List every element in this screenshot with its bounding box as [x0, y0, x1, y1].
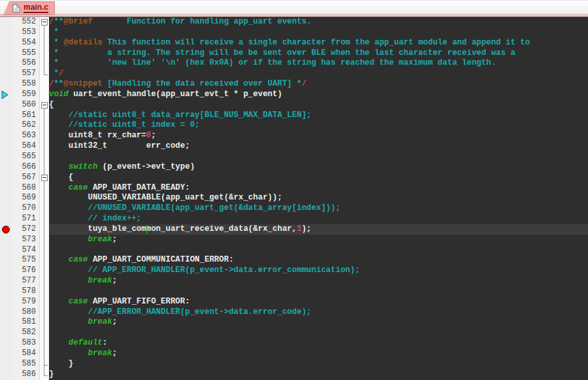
code-text[interactable]: UNUSED_VARIABLE(app_uart_get(&rx_char)); — [49, 193, 588, 203]
code-text[interactable]: * a string. The string will be be sent o… — [49, 48, 588, 59]
code-text[interactable]: /**@brief Function for handling app_uart… — [49, 17, 588, 27]
code-segment: * — [49, 27, 59, 37]
code-text[interactable]: */ — [49, 69, 588, 79]
breakpoint-margin[interactable] — [0, 90, 12, 100]
breakpoint-icon[interactable] — [2, 226, 10, 233]
code-text[interactable]: // APP_ERROR_HANDLER(p_event->data.error… — [49, 266, 588, 276]
line-number: 563 — [12, 131, 39, 141]
code-text[interactable]: break; — [49, 235, 588, 245]
line-number: 579 — [12, 297, 39, 307]
code-text[interactable]: void uart_event_handle(app_uart_evt_t * … — [49, 90, 588, 100]
code-text[interactable]: case APP_UART_COMMUNICATION_ERROR: — [49, 255, 588, 266]
breakpoint-margin[interactable] — [0, 79, 12, 90]
code-text[interactable]: switch (p_event->evt_type) — [49, 162, 588, 173]
fold-toggle-icon[interactable] — [41, 102, 48, 109]
code-text[interactable]: break; — [49, 317, 588, 328]
fold-line — [44, 307, 44, 318]
breakpoint-margin[interactable] — [0, 245, 12, 256]
breakpoint-margin[interactable] — [0, 317, 12, 328]
breakpoint-margin[interactable] — [0, 359, 12, 370]
code-text[interactable]: break; — [49, 276, 588, 286]
fold-toggle-icon[interactable] — [41, 19, 48, 26]
breakpoint-margin[interactable] — [0, 131, 12, 141]
breakpoint-margin[interactable] — [0, 328, 12, 338]
code-text[interactable]: case APP_UART_FIFO_ERROR: — [49, 297, 588, 307]
code-segment: } — [49, 359, 73, 368]
breakpoint-margin[interactable] — [0, 286, 12, 297]
code-line: 583 default: — [0, 338, 588, 349]
code-text[interactable] — [49, 245, 588, 256]
fold-column — [39, 224, 49, 235]
fold-line — [44, 266, 44, 276]
code-segment — [49, 120, 69, 130]
fold-toggle-icon[interactable] — [41, 175, 48, 181]
code-segment: { — [49, 100, 54, 109]
breakpoint-margin[interactable] — [0, 349, 12, 359]
tab-main-c[interactable]: main.c — [3, 1, 55, 15]
breakpoint-margin[interactable] — [0, 297, 12, 307]
code-text[interactable] — [49, 286, 588, 297]
code-line: 554 * @details This function will receiv… — [0, 38, 588, 48]
fold-line-end — [44, 365, 48, 366]
code-text[interactable] — [49, 328, 588, 338]
code-text[interactable]: //static uint8_t data_array[BLE_NUS_MAX_… — [49, 111, 588, 121]
code-text[interactable]: * 'new line' '\n' (hex 0x0A) or if the s… — [49, 58, 588, 69]
breakpoint-margin[interactable] — [0, 69, 12, 79]
breakpoint-margin[interactable] — [0, 173, 12, 183]
breakpoint-margin[interactable] — [0, 255, 12, 266]
code-text[interactable]: { — [49, 173, 588, 183]
code-line: 556 * 'new line' '\n' (hex 0x0A) or if t… — [0, 58, 588, 69]
code-segment: * 'new line' '\n' (hex 0x0A) or if the s… — [49, 58, 496, 67]
breakpoint-margin[interactable] — [0, 370, 12, 380]
breakpoint-margin[interactable] — [0, 152, 12, 162]
fold-column — [39, 17, 49, 27]
code-segment: { — [49, 173, 73, 182]
code-line: 571 // index++; — [0, 214, 588, 224]
breakpoint-margin[interactable] — [0, 276, 12, 286]
breakpoint-margin[interactable] — [0, 193, 12, 203]
breakpoint-margin[interactable] — [0, 48, 12, 59]
code-text[interactable]: * @details This function will receive a … — [49, 38, 588, 48]
code-text[interactable]: { — [49, 100, 588, 111]
breakpoint-margin[interactable] — [0, 307, 12, 318]
code-text[interactable]: tuya_ble_common_uart_receive_data(&rx_ch… — [49, 224, 588, 235]
code-text[interactable]: } — [49, 359, 588, 370]
code-text[interactable]: uint32_t err_code; — [49, 141, 588, 152]
code-text[interactable]: //APP_ERROR_HANDLER(p_event->data.error_… — [49, 307, 588, 318]
code-text[interactable]: //static uint8_t index = 0; — [49, 120, 588, 131]
breakpoint-margin[interactable] — [0, 224, 12, 235]
breakpoint-margin[interactable] — [0, 214, 12, 224]
fold-column — [39, 120, 49, 131]
breakpoint-margin[interactable] — [0, 27, 12, 38]
fold-column — [39, 152, 49, 162]
line-number: 574 — [12, 245, 39, 256]
breakpoint-margin[interactable] — [0, 141, 12, 152]
code-text[interactable]: /**@snippet [Handling the data received … — [49, 79, 588, 90]
breakpoint-margin[interactable] — [0, 183, 12, 194]
code-text[interactable]: // index++; — [49, 214, 588, 224]
code-text[interactable]: * — [49, 27, 588, 38]
breakpoint-margin[interactable] — [0, 58, 12, 69]
code-text[interactable] — [49, 152, 588, 162]
fold-line — [44, 286, 44, 297]
breakpoint-margin[interactable] — [0, 111, 12, 121]
code-text[interactable]: //UNUSED_VARIABLE(app_uart_get(&data_arr… — [49, 203, 588, 214]
breakpoint-margin[interactable] — [0, 100, 12, 111]
line-number: 581 — [12, 317, 39, 328]
breakpoint-margin[interactable] — [0, 120, 12, 131]
fold-line — [44, 297, 44, 307]
breakpoint-margin[interactable] — [0, 235, 12, 245]
breakpoint-margin[interactable] — [0, 203, 12, 214]
code-text[interactable]: case APP_UART_DATA_READY: — [49, 183, 588, 194]
code-text[interactable]: default: — [49, 338, 588, 349]
breakpoint-margin[interactable] — [0, 162, 12, 173]
breakpoint-margin[interactable] — [0, 266, 12, 276]
code-text[interactable]: break; — [49, 349, 588, 359]
breakpoint-margin[interactable] — [0, 17, 12, 27]
code-line: 561 //static uint8_t data_array[BLE_NUS_… — [0, 111, 588, 121]
breakpoint-margin[interactable] — [0, 38, 12, 48]
breakpoint-margin[interactable] — [0, 338, 12, 349]
code-line: 569 UNUSED_VARIABLE(app_uart_get(&rx_cha… — [0, 193, 588, 203]
code-text[interactable]: uint8_t rx_char=0; — [49, 131, 588, 141]
code-text[interactable]: } — [49, 370, 588, 380]
